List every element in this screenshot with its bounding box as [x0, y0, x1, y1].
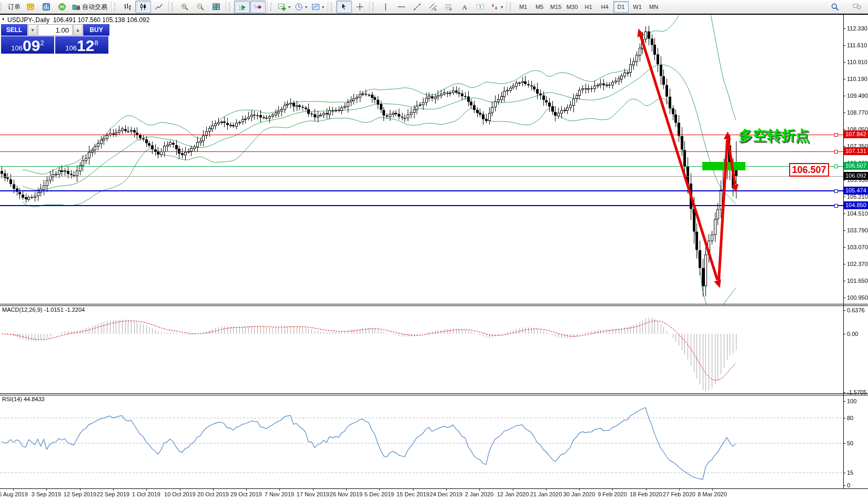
- price-axis-tick: [843, 213, 845, 214]
- periods-icon: [295, 3, 303, 11]
- horizontal-line-button[interactable]: [393, 1, 409, 13]
- buy-price-box[interactable]: 106128: [55, 36, 108, 54]
- sell-price-big: 09: [23, 38, 40, 53]
- cursor-button[interactable]: [336, 1, 352, 13]
- chat-button[interactable]: [849, 1, 865, 13]
- price-axis-label: 111.610: [847, 42, 867, 48]
- panel-divider[interactable]: [0, 393, 868, 394]
- resistance-line-1-handle[interactable]: [834, 133, 838, 137]
- fibonacci-icon: F: [445, 3, 453, 11]
- timeframe-mn[interactable]: MN: [646, 1, 661, 13]
- support-line-1[interactable]: [0, 190, 843, 191]
- time-axis-line: [0, 488, 868, 489]
- price-axis-label: 108.770: [847, 109, 868, 116]
- annotation-text[interactable]: 多空转折点: [739, 126, 810, 145]
- periods-button[interactable]: ▾: [292, 1, 309, 13]
- signals-button[interactable]: [54, 1, 70, 13]
- price-axis-tick: [843, 129, 845, 130]
- resistance-line-2-handle[interactable]: [834, 150, 838, 154]
- pivot-line-handle[interactable]: [834, 165, 838, 168]
- time-axis-tick: [646, 488, 647, 491]
- svg-text:A: A: [462, 3, 467, 11]
- volume-input[interactable]: 1.00: [38, 24, 73, 36]
- resistance-line-2[interactable]: [0, 151, 843, 152]
- timeframe-m30-label: M30: [567, 4, 578, 10]
- price-callout[interactable]: 106.507: [789, 163, 829, 177]
- sell-price-box[interactable]: 106092: [1, 36, 54, 54]
- cursor-icon: [340, 3, 348, 11]
- dropdown-arrow-icon: ▾: [501, 5, 503, 9]
- timeframe-d1[interactable]: D1: [613, 1, 629, 13]
- bar-chart-button[interactable]: [119, 1, 135, 13]
- templates-button[interactable]: ▾: [309, 1, 326, 13]
- autotrade-icon: [72, 3, 80, 11]
- price-axis-line: [843, 15, 844, 488]
- price-axis-label: 110.910: [847, 59, 867, 65]
- chart-window-top-border: [0, 14, 868, 15]
- panel-divider[interactable]: [0, 395, 868, 395]
- time-axis-tick: [146, 488, 147, 491]
- price-axis-label: 103.790: [847, 227, 868, 233]
- sell-button[interactable]: SELL: [1, 24, 27, 36]
- economic-calendar-button[interactable]: [23, 1, 38, 13]
- indicators-icon: [278, 3, 286, 11]
- time-axis-tick: [180, 488, 180, 491]
- volume-increase-button[interactable]: ▲: [73, 24, 83, 36]
- timeframe-h1[interactable]: H1: [581, 1, 596, 13]
- zoom-out-button[interactable]: [193, 1, 208, 13]
- spin-down-icon: ▼: [31, 28, 35, 33]
- new-order-button[interactable]: 订单: [6, 1, 23, 13]
- spin-up-icon: ▲: [76, 28, 80, 33]
- toolbar-grip: [510, 3, 513, 11]
- volume-decrease-button[interactable]: ▼: [28, 24, 37, 36]
- timeframe-w1[interactable]: W1: [630, 1, 645, 13]
- text-button[interactable]: A: [457, 1, 472, 13]
- resistance-line-1[interactable]: [0, 135, 843, 135]
- vertical-line-button[interactable]: [378, 1, 393, 13]
- support-line-1-handle[interactable]: [834, 189, 838, 193]
- rsi-axis-tick: [843, 485, 845, 486]
- timeframe-h4[interactable]: H4: [597, 1, 612, 13]
- price-axis-tick: [843, 96, 845, 96]
- panel-divider[interactable]: [0, 304, 868, 304]
- timeframe-m1[interactable]: M1: [516, 1, 531, 13]
- macd-axis-label: -1.5705: [847, 389, 866, 395]
- buy-button[interactable]: BUY: [83, 24, 109, 36]
- auto-scroll-button[interactable]: [234, 1, 250, 13]
- support-line-2[interactable]: [0, 205, 843, 206]
- rsi-axis-label: 0: [847, 482, 850, 488]
- chart-shift-button[interactable]: [250, 1, 266, 13]
- text-label-button[interactable]: T: [472, 1, 488, 13]
- support-line-2-handle[interactable]: [834, 204, 838, 208]
- toolbar-separator: [168, 2, 169, 12]
- market-watch-button[interactable]: [38, 1, 54, 13]
- svg-text:E: E: [435, 8, 437, 11]
- autotrade-button[interactable]: 自动交易: [70, 1, 109, 13]
- channel-button[interactable]: E: [425, 1, 441, 13]
- price-chart-canvas[interactable]: [0, 0, 868, 500]
- tile-windows-button[interactable]: [208, 1, 224, 13]
- zoom-in-button[interactable]: [177, 1, 193, 13]
- candlestick-chart-button[interactable]: [135, 1, 151, 13]
- timeframe-m5[interactable]: M5: [532, 1, 547, 13]
- time-axis-tick: [579, 488, 580, 491]
- timeframe-w1-label: W1: [633, 4, 642, 10]
- panel-divider[interactable]: [0, 305, 868, 306]
- rsi-label: RSI(14) 44.8433: [2, 396, 45, 402]
- timeframe-m30[interactable]: M30: [564, 1, 580, 13]
- search-button[interactable]: [827, 1, 843, 13]
- toolbar-grip: [372, 3, 376, 11]
- ohlc-values: 106.491 107.560 105.138 106.092: [53, 16, 150, 24]
- timeframe-m15[interactable]: M15: [548, 1, 563, 13]
- indicators-button[interactable]: ▾: [276, 1, 292, 13]
- highlight-rectangle[interactable]: [702, 162, 745, 170]
- svg-text:T: T: [479, 5, 482, 9]
- tile-windows-icon: [212, 3, 220, 11]
- fibonacci-button[interactable]: F: [441, 1, 457, 13]
- toolbar-grip: [1, 3, 4, 11]
- trendline-button[interactable]: [409, 1, 425, 13]
- crosshair-button[interactable]: [352, 1, 368, 13]
- new-order-button-label: 订单: [8, 3, 21, 12]
- arrows-button[interactable]: ▾: [488, 1, 505, 13]
- line-chart-button[interactable]: [151, 1, 167, 13]
